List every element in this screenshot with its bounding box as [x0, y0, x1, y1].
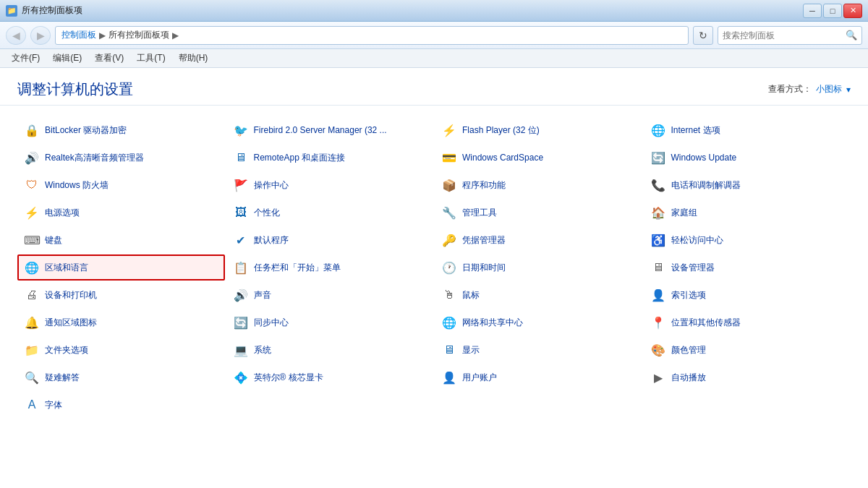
control-item[interactable]: 🔊声音: [226, 282, 434, 308]
control-item[interactable]: 📁文件夹选项: [17, 337, 225, 363]
control-item[interactable]: 🔊Realtek高清晰音频管理器: [17, 145, 225, 171]
control-item[interactable]: 🌐网络和共享中心: [435, 309, 642, 335]
control-item[interactable]: ⌨键盘: [17, 227, 225, 253]
item-label: 同步中心: [254, 317, 289, 329]
title-text: 所有控制面板项: [22, 4, 82, 17]
item-label: Flash Player (32 位): [462, 124, 540, 137]
breadcrumb-current: 所有控制面板项: [109, 29, 169, 41]
control-item[interactable]: 🌐区域和语言: [17, 254, 225, 281]
maximize-button[interactable]: □: [823, 4, 842, 18]
control-item[interactable]: 🐦Firebird 2.0 Server Manager (32 ...: [226, 117, 434, 143]
breadcrumb-sep-2: ▶: [172, 30, 179, 40]
item-label: 通知区域图标: [45, 317, 97, 329]
control-item[interactable]: 🕐日期和时间: [435, 254, 642, 281]
control-item[interactable]: 👤用户账户: [435, 364, 642, 390]
menu-tools[interactable]: 工具(T): [131, 50, 171, 67]
control-item[interactable]: 🖼个性化: [226, 200, 434, 226]
item-icon: 🌐: [25, 260, 39, 275]
search-bar: 🔍: [718, 26, 862, 45]
item-label: 网络和共享中心: [462, 317, 523, 329]
control-item[interactable]: 🏠家庭组: [644, 200, 851, 226]
menu-edit[interactable]: 编辑(E): [47, 50, 88, 67]
control-item[interactable]: 🖥设备管理器: [644, 254, 851, 281]
control-item[interactable]: 🖨设备和打印机: [17, 282, 225, 308]
item-label: 电源选项: [45, 207, 80, 219]
close-button[interactable]: ✕: [843, 4, 862, 18]
control-item[interactable]: 🔍疑难解答: [17, 364, 225, 390]
back-button[interactable]: ◀: [6, 26, 26, 45]
item-icon: 🖥: [442, 343, 456, 357]
view-options: 查看方式： 小图标 ▾: [768, 83, 851, 95]
menu-help[interactable]: 帮助(H): [173, 50, 214, 67]
item-label: Realtek高清晰音频管理器: [45, 152, 144, 164]
control-item[interactable]: 🚩操作中心: [226, 172, 434, 198]
item-label: 鼠标: [462, 289, 480, 301]
item-icon: 🐦: [234, 123, 248, 137]
item-label: 键盘: [45, 234, 62, 247]
item-label: 英特尔® 核芯显卡: [254, 372, 323, 384]
control-item[interactable]: 🌐Internet 选项: [644, 117, 851, 143]
item-label: Windows 防火墙: [45, 179, 109, 192]
item-icon: 🔧: [442, 205, 456, 220]
menu-file[interactable]: 文件(F): [6, 50, 46, 67]
control-item[interactable]: 🔄同步中心: [226, 309, 434, 335]
control-item[interactable]: ✔默认程序: [226, 227, 434, 253]
item-icon: 📦: [442, 178, 456, 192]
item-label: 字体: [45, 399, 62, 411]
item-icon: ⚡: [25, 205, 39, 220]
control-item[interactable]: ⚡Flash Player (32 位): [435, 117, 642, 143]
item-label: 默认程序: [254, 234, 289, 247]
breadcrumb-bar: 控制面板 ▶ 所有控制面板项 ▶: [55, 26, 689, 45]
control-item[interactable]: ▶自动播放: [644, 364, 851, 390]
control-item[interactable]: 🔔通知区域图标: [17, 309, 225, 335]
item-icon: 📋: [234, 260, 248, 275]
control-item[interactable]: 🎨颜色管理: [644, 337, 851, 363]
control-item[interactable]: 📦程序和功能: [435, 172, 642, 198]
control-item[interactable]: 🔑凭据管理器: [435, 227, 642, 253]
view-mode[interactable]: 小图标: [816, 83, 842, 95]
menu-view[interactable]: 查看(V): [89, 50, 129, 67]
forward-button[interactable]: ▶: [30, 26, 51, 45]
control-item[interactable]: 🔒BitLocker 驱动器加密: [17, 117, 225, 143]
control-item[interactable]: 🔄Windows Update: [644, 145, 851, 171]
item-label: 凭据管理器: [462, 234, 506, 247]
item-icon: 🖱: [442, 288, 456, 302]
item-label: BitLocker 驱动器加密: [45, 124, 127, 137]
control-item[interactable]: 🔧管理工具: [435, 200, 642, 226]
item-label: 用户账户: [462, 372, 497, 384]
content-header: 调整计算机的设置 查看方式： 小图标 ▾: [0, 68, 868, 106]
control-item[interactable]: 🛡Windows 防火墙: [17, 172, 225, 198]
search-icon: 🔍: [846, 30, 857, 40]
control-item[interactable]: 🖥RemoteApp 和桌面连接: [226, 145, 434, 171]
control-item[interactable]: ⚡电源选项: [17, 200, 225, 226]
control-item[interactable]: A字体: [17, 392, 225, 418]
breadcrumb-sep-1: ▶: [99, 30, 106, 40]
control-item[interactable]: 📍位置和其他传感器: [644, 309, 851, 335]
window-controls: ─ □ ✕: [803, 4, 862, 18]
control-item[interactable]: 📞电话和调制解调器: [644, 172, 851, 198]
item-label: 家庭组: [671, 207, 697, 219]
item-icon: 🎨: [651, 343, 665, 357]
control-item[interactable]: 📋任务栏和「开始」菜单: [226, 254, 434, 281]
item-icon: 💳: [442, 150, 456, 165]
item-icon: A: [25, 398, 39, 412]
search-input[interactable]: [723, 30, 843, 40]
refresh-button[interactable]: ↻: [693, 26, 713, 45]
breadcrumb-control-panel[interactable]: 控制面板: [61, 29, 96, 41]
control-item[interactable]: 💻系统: [226, 337, 434, 363]
item-icon: ⌨: [25, 233, 39, 247]
control-item[interactable]: 🖱鼠标: [435, 282, 642, 308]
control-item[interactable]: 🖥显示: [435, 337, 642, 363]
item-label: RemoteApp 和桌面连接: [254, 152, 346, 164]
control-item[interactable]: 💠英特尔® 核芯显卡: [226, 364, 434, 390]
item-label: 设备管理器: [671, 262, 715, 274]
item-label: 系统: [254, 344, 271, 356]
item-icon: 🔄: [234, 315, 248, 330]
item-label: Firebird 2.0 Server Manager (32 ...: [254, 125, 387, 135]
control-item[interactable]: 👤索引选项: [644, 282, 851, 308]
item-label: 操作中心: [254, 179, 289, 192]
control-item[interactable]: ♿轻松访问中心: [644, 227, 851, 253]
control-item[interactable]: 💳Windows CardSpace: [435, 145, 642, 171]
view-dropdown-icon[interactable]: ▾: [846, 85, 851, 95]
minimize-button[interactable]: ─: [803, 4, 822, 18]
